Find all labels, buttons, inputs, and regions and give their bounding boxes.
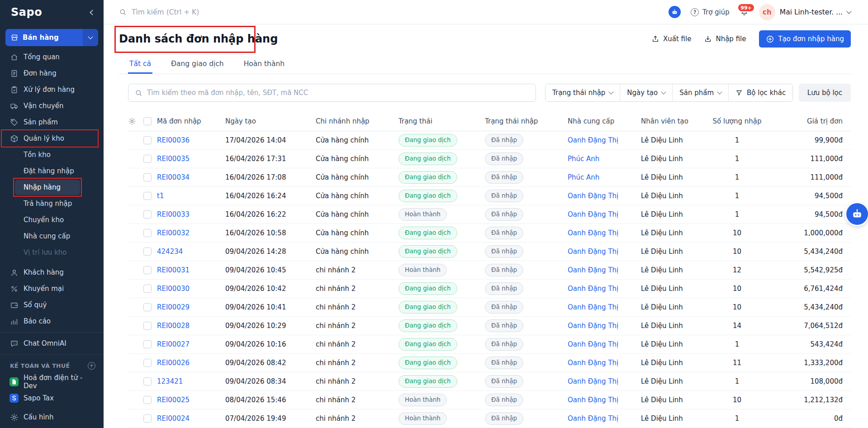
supplier-link[interactable]: Phúc Anh [568,155,599,163]
row-checkbox[interactable] [143,210,152,219]
supplier-link[interactable]: Oanh Đặng Thị [568,303,618,311]
global-search[interactable] [119,8,322,16]
sales-channel-dropdown[interactable] [83,29,98,46]
supplier-link[interactable]: Oanh Đặng Thị [568,136,618,144]
table-row[interactable]: REI00029 09/04/2026 10:41 chi nhánh 2 Đa… [128,298,851,317]
supplier-link[interactable]: Oanh Đặng Thị [568,322,618,330]
row-checkbox[interactable] [143,322,152,330]
sidebar-item-e-invoice[interactable]: Hoá đơn điện tử - Dev [0,374,104,390]
column-settings-icon[interactable] [128,117,136,125]
sidebar-item-transfer[interactable]: Chuyển kho [0,212,104,228]
tab-all[interactable]: Tất cả [128,53,152,74]
supplier-link[interactable]: Oanh Đặng Thị [568,340,618,348]
import-file-button[interactable]: Nhập file [704,35,746,43]
help-button[interactable]: Trợ giúp [691,8,730,16]
row-checkbox[interactable] [143,340,152,348]
row-checkbox[interactable] [143,192,152,200]
table-row[interactable]: REI00030 09/04/2026 10:42 chi nhánh 2 Đa… [128,280,851,298]
order-code-link[interactable]: REI00036 [157,136,190,144]
table-row[interactable]: REI00032 16/04/2026 10:58 Cửa hàng chính… [128,224,851,243]
support-bot-button[interactable] [846,203,868,225]
supplier-link[interactable]: Oanh Đặng Thị [568,210,618,219]
sidebar-item-order-processing[interactable]: Xử lý đơn hàng [0,81,104,98]
table-row[interactable]: REI00036 17/04/2026 14:04 Cửa hàng chính… [128,131,851,150]
supplier-link[interactable]: Oanh Đặng Thị [568,247,618,256]
table-search-input[interactable] [147,89,529,97]
sidebar-item-customers[interactable]: Khách hàng [0,264,104,281]
order-code-link[interactable]: REI00026 [157,359,190,367]
order-code-link[interactable]: REI00031 [157,266,190,274]
order-code-link[interactable]: 424234 [157,247,183,256]
table-row[interactable]: REI00025 08/04/2026 15:46 chi nhánh 2 Ho… [128,391,851,409]
filter-more[interactable]: Bộ lọc khác [728,84,792,101]
supplier-link[interactable]: Oanh Đặng Thị [568,285,618,293]
table-row[interactable]: REI00035 16/04/2026 17:31 Cửa hàng chính… [128,150,851,168]
sidebar-item-sapo-tax[interactable]: Sapo Tax [0,390,104,406]
row-checkbox[interactable] [143,155,152,163]
omniai-icon[interactable] [669,6,681,18]
filter-created-date[interactable]: Ngày tạo [620,84,672,101]
filter-product[interactable]: Sản phẩm [672,84,728,101]
row-checkbox[interactable] [143,303,152,311]
sidebar-item-stock-return[interactable]: Trả hàng nhập [0,195,104,212]
row-checkbox[interactable] [143,229,152,237]
filter-import-status[interactable]: Trạng thái nhập [545,84,620,101]
order-code-link[interactable]: REI00024 [157,414,190,423]
order-code-link[interactable]: t1 [157,192,164,200]
order-code-link[interactable]: REI00033 [157,210,190,219]
table-row[interactable]: REI00026 09/04/2026 08:42 chi nhánh 2 Đa… [128,354,851,372]
tab-completed[interactable]: Hoàn thành [242,53,286,74]
sidebar-item-suppliers[interactable]: Nhà cung cấp [0,228,104,244]
order-code-link[interactable]: REI00030 [157,285,190,293]
sidebar-item-storage-locations[interactable]: Vị trí lưu kho [0,244,104,261]
sidebar-item-products[interactable]: Sản phẩm [0,114,104,130]
sidebar-item-stock-in[interactable]: Nhập hàng [0,179,104,195]
row-checkbox[interactable] [143,377,152,385]
user-menu[interactable]: ch Mai Linh-tester. ... [759,4,851,20]
order-code-link[interactable]: REI00035 [157,155,190,163]
select-all-checkbox[interactable] [143,117,152,125]
sidebar-item-reports[interactable]: Báo cáo [0,313,104,329]
sidebar-item-promotions[interactable]: Khuyến mại [0,281,104,297]
table-row[interactable]: REI00028 09/04/2026 10:29 chi nhánh 2 Đa… [128,317,851,335]
sidebar-item-overview[interactable]: Tổng quan [0,49,104,65]
order-code-link[interactable]: REI00032 [157,229,190,237]
tab-trading[interactable]: Đang giao dịch [170,53,225,74]
supplier-link[interactable]: Oanh Đặng Thị [568,266,618,274]
sales-channel-button[interactable]: Bán hàng [5,29,98,46]
sidebar-item-cashbook[interactable]: Sổ quỹ [0,297,104,313]
supplier-link[interactable]: Oanh Đặng Thị [568,229,618,237]
sidebar-item-inventory[interactable]: Quản lý kho [0,130,104,147]
table-row[interactable]: 424234 09/04/2026 14:28 Cửa hàng chính Đ… [128,243,851,261]
order-code-link[interactable]: REI00025 [157,396,190,404]
sidebar-item-purchase-order[interactable]: Đặt hàng nhập [0,163,104,179]
table-row[interactable]: REI00024 07/04/2026 19:49 chi nhánh 2 Ho… [128,409,851,428]
order-code-link[interactable]: REI00028 [157,322,190,330]
order-code-link[interactable]: REI00027 [157,340,190,348]
create-order-button[interactable]: Tạo đơn nhập hàng [759,30,851,48]
notifications-button[interactable]: 99+ [740,7,749,17]
sidebar-item-orders[interactable]: Đơn hàng [0,65,104,81]
row-checkbox[interactable] [143,247,152,256]
table-row[interactable]: REI00031 09/04/2026 10:45 chi nhánh 2 Ho… [128,261,851,280]
sidebar-item-shipping[interactable]: Vận chuyển [0,98,104,114]
row-checkbox[interactable] [143,136,152,144]
table-row[interactable]: t1 16/04/2026 16:24 Cửa hàng chính Đang … [128,187,851,205]
table-row[interactable]: 123421 09/04/2026 08:34 chi nhánh 2 Đang… [128,372,851,391]
supplier-link[interactable]: Oanh Đặng Thị [568,414,618,423]
table-row[interactable]: REI00027 09/04/2026 10:16 chi nhánh 2 Đa… [128,335,851,354]
table-row[interactable]: REI00033 16/04/2026 16:22 Cửa hàng chính… [128,205,851,224]
supplier-link[interactable]: Oanh Đặng Thị [568,192,618,200]
export-file-button[interactable]: Xuất file [651,35,691,43]
row-checkbox[interactable] [143,285,152,293]
sidebar-item-stock[interactable]: Tồn kho [0,147,104,163]
sidebar-collapse-icon[interactable] [90,10,95,15]
table-row[interactable]: REI00034 16/04/2026 17:08 Cửa hàng chính… [128,168,851,187]
order-code-link[interactable]: 123421 [157,377,183,385]
supplier-link[interactable]: Oanh Đặng Thị [568,359,618,367]
row-checkbox[interactable] [143,359,152,367]
supplier-link[interactable]: Oanh Đặng Thị [568,377,618,385]
row-checkbox[interactable] [143,173,152,181]
row-checkbox[interactable] [143,396,152,404]
save-filter-button[interactable]: Lưu bộ lọc [799,84,851,102]
